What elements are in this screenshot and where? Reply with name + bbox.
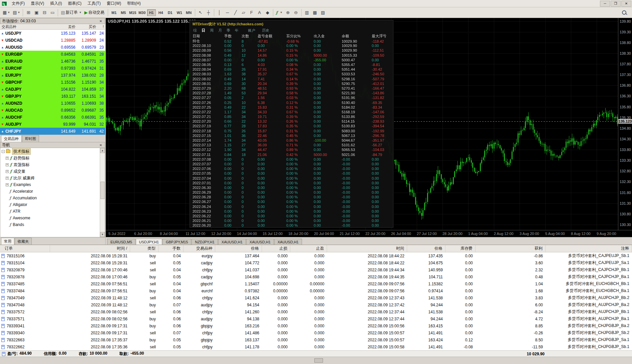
navigator-toggle[interactable]: ⊟ [40,9,48,17]
mtdriver-tab[interactable]: 历史 [262,28,269,33]
column-header[interactable]: 价格 [407,245,445,252]
market-watch-row[interactable]: ▲USDJPY135.123135.14724 [0,30,105,37]
search-icon[interactable] [621,10,627,16]
order-row[interactable]: 783151062022.08.08 15:28:31buy0.04eurjpy… [0,252,632,259]
mtdriver-tab[interactable]: 年 [235,28,239,33]
order-row[interactable]: 783226632022.08.08 17:35:37buy0.05gbpjpy… [0,336,632,343]
indicators-button[interactable]: ƒ▼ [275,9,284,17]
zoom-in-button[interactable]: ⊕ [284,9,292,17]
order-row[interactable]: 783226622022.08.08 17:35:36sell0.05chfjp… [0,343,632,350]
column-header[interactable]: 订单 [0,245,50,252]
timeframe-button-m1[interactable]: M1 [110,9,118,16]
close-icon[interactable]: ✕ [98,19,103,23]
scroll-up-icon[interactable]: ▲ [100,148,105,153]
market-watch-row[interactable]: ▼EURCHF0.973930.9742431 [0,65,105,72]
column-header[interactable]: 库存费 [445,245,476,252]
order-row[interactable]: 783208782022.08.08 17:00:46buy0.05cadjpy… [0,273,632,280]
scroll-down-icon[interactable]: ▼ [100,232,105,237]
order-row[interactable]: 783208792022.08.08 17:00:46sell0.04chfjp… [0,266,632,273]
autotrading-button[interactable]: ▶自动交易 [83,9,106,17]
order-row[interactable]: 783375722022.08.09 08:02:56sell0.06chfjp… [0,308,632,315]
expand-icon[interactable]: + [6,170,9,173]
market-watch-row[interactable]: ▼GBPCHF1.151561.1519034 [0,79,105,86]
market-watch-row[interactable]: ▲AUDCHF0.663560.6639135 [0,114,105,121]
mtdriver-tab[interactable]: 周 [210,28,214,33]
menu-item[interactable]: 插入(I) [47,0,65,7]
market-watch-row[interactable]: ▲EURAUD1.467361.4677135 [0,58,105,65]
timeframe-button-m5[interactable]: M5 [119,9,128,16]
market-watch-toggle[interactable]: ⊞ [24,9,32,17]
tree-item[interactable]: ƒATR [0,208,105,215]
order-row[interactable]: 783470482022.08.09 11:48:12buy0.07audjpy… [0,301,632,308]
column-header[interactable]: 交易品种 [184,245,215,252]
chart-tab[interactable]: XAUUSD,H1 [274,239,302,245]
profiles-button[interactable]: ▤▼ [11,9,21,17]
menu-item[interactable]: 工具(T) [84,0,103,7]
mtdriver-tab[interactable]: 日 [202,28,205,33]
column-header[interactable]: 时间 [327,245,407,252]
chart-tab[interactable]: XAUUSD,H1 [218,239,246,245]
tree-item[interactable]: ƒAlligator [0,201,105,208]
menu-item[interactable]: 图表(C) [65,0,85,7]
chart-tab[interactable]: USDJPY,H1 [136,239,162,245]
expand-icon[interactable]: + [6,183,9,186]
terminal-toggle[interactable]: ▭ [48,9,56,17]
vertical-line-button[interactable]: │ [216,9,224,17]
tile-windows-button[interactable]: ▥ [303,9,311,17]
text-tool-button[interactable]: A [256,9,264,17]
chart-tab[interactable]: GBPJPY,M15 [163,239,191,245]
column-header[interactable]: 获利 [476,245,546,252]
arrows-tool-button[interactable]: ◆ [264,9,272,17]
order-row[interactable]: 783151042022.08.08 15:28:31sell0.05cadjp… [0,259,632,266]
expand-icon[interactable]: + [6,157,9,160]
market-watch-tab[interactable]: 即时图 [22,135,39,142]
column-header[interactable]: 价格 [215,245,262,252]
mtdriver-tab[interactable]: 综 [193,28,197,33]
horizontal-scrollbar[interactable] [314,358,323,363]
column-header[interactable]: 注释 [546,245,632,252]
timeframe-button-w1[interactable]: W1 [175,9,184,16]
menu-item[interactable]: 帮助(H) [124,0,144,7]
market-watch-row[interactable]: ▼AUDCAD0.896520.8968735 [0,107,105,114]
mtdriver-tab[interactable]: 账户 [248,28,255,33]
close-button[interactable]: ✕ [621,1,631,7]
order-row[interactable]: 783393402022.08.09 09:17:31sell0.07chfjp… [0,329,632,336]
timeframe-button-h4[interactable]: H4 [156,9,165,16]
order-row[interactable]: 783375712022.08.09 08:02:56buy0.06audjpy… [0,315,632,322]
close-icon[interactable]: ✕ [98,143,103,147]
timeframe-button-mn[interactable]: MN [185,9,193,16]
column-header[interactable]: 止盈 [290,245,327,252]
column-header[interactable]: 类型 [130,245,159,252]
menu-item[interactable]: 显示(V) [28,0,47,7]
data-window-toggle[interactable]: ▣ [32,9,40,17]
timeframe-button-m30[interactable]: M30 [138,9,146,16]
market-watch-row[interactable]: ▼GBPJPY163.117163.15134 [0,93,105,100]
chart-tab[interactable]: EURUSD,M5 [107,239,135,245]
order-row[interactable]: 783374842022.08.09 07:56:51buy0.04eurchf… [0,287,632,294]
menu-item[interactable]: 文件(F) [9,0,28,7]
mtdriver-tab[interactable]: 月 [218,28,222,33]
order-row[interactable]: 783374852022.08.09 07:56:51sell0.04gbpch… [0,280,632,287]
zoom-out-button[interactable]: ⊖ [292,9,300,17]
tree-item[interactable]: +ƒ成交量 [0,168,105,175]
navigator-scrollbar[interactable]: ▲▼ [100,148,105,237]
navigator-tab[interactable]: 常用 [1,238,14,245]
maximize-button[interactable]: ❒ [611,1,621,7]
timeframe-button-d1[interactable]: D1 [166,9,175,16]
collapse-icon[interactable]: - [2,150,5,153]
column-header[interactable]: 时间 / [50,245,130,252]
market-watch-row[interactable]: ▲CHFJPY141.649141.69142 [0,128,105,135]
navigator-tab[interactable]: 收藏夹 [15,238,32,245]
chart-tab[interactable]: NZDJPY,H1 [192,239,218,245]
tree-item[interactable]: ƒAwesome [0,215,105,221]
timeframe-button-h1[interactable]: H1 [147,9,156,16]
tree-item[interactable]: +ƒ趋势指标 [0,155,105,161]
order-row[interactable]: 783393412022.08.09 09:17:31buy0.06gbpjpy… [0,322,632,329]
channel-button[interactable]: ▱ [240,9,248,17]
market-watch-row[interactable]: ▲CADJPY104.822104.85937 [0,86,105,93]
order-row[interactable]: 783470492022.08.09 11:48:12sell0.06chfjp… [0,294,632,301]
expand-icon[interactable]: + [6,163,9,166]
tree-item[interactable]: +ƒExamples [0,181,105,188]
tree-item[interactable]: ƒBands [0,221,105,228]
market-watch-row[interactable]: ▼AUDJPY93.99994.03132 [0,121,105,128]
